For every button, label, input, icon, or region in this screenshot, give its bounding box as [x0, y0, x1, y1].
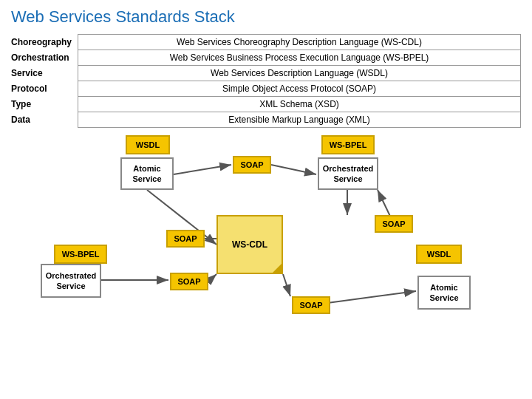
table-row: DataExtensible Markup Language (XML): [11, 112, 521, 128]
svg-line-12: [283, 274, 290, 296]
table-label: Orchestration: [11, 50, 78, 66]
soap-top-box: SOAP: [233, 156, 271, 174]
table-label: Data: [11, 112, 78, 128]
table-label: Protocol: [11, 81, 78, 97]
soap-left-box: SOAP: [166, 230, 205, 248]
wsdl-bottom-box: WSDL: [416, 245, 462, 264]
standards-table: ChoreographyWeb Services Choreography De…: [11, 34, 521, 128]
table-value: Web Services Business Process Execution …: [78, 50, 521, 66]
atomic-service-top-box: AtomicService: [120, 157, 174, 190]
soap-right-box: SOAP: [375, 215, 413, 233]
table-value: Web Services Choreography Description La…: [78, 35, 521, 50]
wsdl-top-box: WSDL: [126, 135, 170, 154]
table-row: OrchestrationWeb Services Business Proce…: [11, 50, 521, 66]
table-row: TypeXML Schema (XSD): [11, 97, 521, 112]
ws-bpel-bottom-box: WS-BPEL: [54, 245, 107, 264]
soap-bottom-right-box: SOAP: [292, 296, 330, 314]
svg-line-3: [271, 165, 316, 174]
svg-line-10: [208, 274, 216, 282]
table-row: ChoreographyWeb Services Choreography De…: [11, 35, 521, 50]
table-label: Service: [11, 66, 78, 81]
atomic-service-bottom-box: AtomicService: [417, 276, 471, 310]
table-value: Simple Object Access Protocol (SOAP): [78, 81, 521, 97]
diagram: WSDL WS-BPEL SOAP AtomicService Orchestr…: [11, 135, 521, 364]
orchestrated-service-bottom-box: OrchestratedService: [41, 264, 101, 298]
table-label: Choreography: [11, 35, 78, 50]
table-value: Extensible Markup Language (XML): [78, 112, 521, 128]
svg-line-2: [174, 165, 231, 174]
page-title: Web Services Standards Stack: [11, 7, 521, 27]
page: Web Services Standards Stack Choreograph…: [0, 0, 532, 399]
table-row: ProtocolSimple Object Access Protocol (S…: [11, 81, 521, 97]
ws-cdl-box: WS-CDL: [216, 215, 283, 274]
table-value: XML Schema (XSD): [78, 97, 521, 112]
orchestrated-service-top-box: OrchestratedService: [318, 157, 378, 190]
ws-bpel-top-box: WS-BPEL: [321, 135, 375, 154]
table-label: Type: [11, 97, 78, 112]
table-value: Web Services Description Language (WSDL): [78, 66, 521, 81]
soap-bottom-left-box: SOAP: [170, 273, 208, 290]
table-row: ServiceWeb Services Description Language…: [11, 66, 521, 81]
